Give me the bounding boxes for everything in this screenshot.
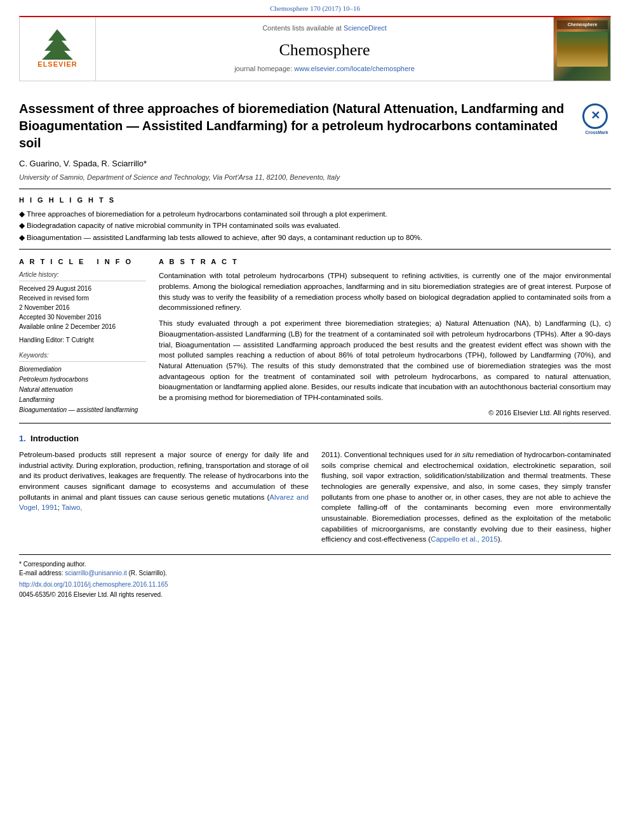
accepted-date: Accepted 30 November 2016: [19, 312, 146, 322]
keywords-section: Keywords: Bioremediation Petroleum hydro…: [19, 351, 146, 415]
section-title-text: Introduction: [30, 434, 79, 443]
email-link[interactable]: sciarrillo@unisannio.it: [65, 570, 126, 577]
email-line: E-mail address: sciarrillo@unisannio.it …: [19, 569, 611, 578]
affiliation-text: University of Samnio, Department of Scie…: [19, 173, 340, 181]
journal-title: Chemosphere: [109, 39, 540, 62]
keyword-4: Landfarming: [19, 395, 146, 405]
introduction-title: 1. Introduction: [19, 433, 611, 444]
keyword-3: Natural attenuation: [19, 385, 146, 395]
highlights-section: H I G H L I G H T S ◆ Three approaches o…: [19, 196, 611, 243]
elsevier-logo: ELSEVIER: [37, 28, 78, 69]
divider-1: [19, 189, 611, 189]
intro-col-left: Petroleum-based products still represent…: [19, 450, 309, 545]
sciencedirect-link[interactable]: ScienceDirect: [344, 24, 387, 32]
contents-text: Contents lists available at: [262, 24, 342, 32]
abstract-paragraph-1: Contamination with total petroleum hydro…: [159, 270, 611, 313]
article-history-section: A R T I C L E I N F O Article history: R…: [19, 257, 146, 345]
introduction-section: 1. Introduction Petroleum-based products…: [19, 433, 611, 599]
abstract-text: Contamination with total petroleum hydro…: [159, 270, 611, 403]
abstract-heading: A B S T R A C T: [159, 257, 611, 267]
cover-title-text: Chemosphere: [557, 20, 608, 29]
intro-col1-text: Petroleum-based products still represent…: [19, 450, 309, 513]
homepage-line: journal homepage: www.elsevier.com/locat…: [109, 64, 540, 74]
highlight-item-3: ◆ Bioagumentation — assistited Landfarmi…: [19, 233, 611, 243]
intro-col-right: 2011). Conventional techniques used for …: [321, 450, 611, 545]
crossmark-circle: ✕: [582, 103, 608, 129]
bullet-3: ◆: [19, 233, 25, 243]
copyright-line: © 2016 Elsevier Ltd. All rights reserved…: [159, 408, 611, 418]
crossmark-badge: ✕ CrossMark: [582, 103, 611, 132]
email-name: (R. Sciarrillo).: [128, 570, 167, 577]
highlight-item-2: ◆ Biodegradation capacity of native micr…: [19, 221, 611, 231]
ref-cappello[interactable]: Cappello et al., 2015: [431, 535, 498, 543]
handling-editor: Handling Editor: T Cutright: [19, 335, 146, 345]
footnote-area: * Corresponding author. E-mail address: …: [19, 554, 611, 599]
corresponding-label: * Corresponding author.: [19, 561, 86, 568]
keyword-1: Bioremediation: [19, 364, 146, 375]
received-date: Received 29 August 2016: [19, 284, 146, 293]
elsevier-tree-icon: [37, 28, 78, 60]
bullet-2: ◆: [19, 221, 25, 231]
affiliation-line: University of Samnio, Department of Scie…: [19, 173, 611, 182]
abstract-column: A B S T R A C T Contamination with total…: [159, 257, 611, 418]
journal-info-center: Contents lists available at ScienceDirec…: [96, 17, 553, 80]
keywords-heading: Keywords:: [19, 351, 146, 362]
homepage-url[interactable]: www.elsevier.com/locate/chemosphere: [294, 65, 415, 72]
highlights-heading: H I G H L I G H T S: [19, 196, 611, 205]
doi-link[interactable]: http://dx.doi.org/10.1016/j.chemosphere.…: [19, 581, 168, 588]
doi-line: http://dx.doi.org/10.1016/j.chemosphere.…: [19, 580, 611, 589]
cover-photo: [557, 32, 608, 67]
intro-two-col: Petroleum-based products still represent…: [19, 450, 611, 545]
abstract-paragraph-2: This study evaluated through a pot exper…: [159, 318, 611, 403]
article-title-text: Assessment of three approaches of biorem…: [19, 102, 564, 150]
highlight-text-1: Three approaches of bioremediation for a…: [27, 210, 387, 218]
contents-line: Contents lists available at ScienceDirec…: [109, 23, 540, 33]
keyword-2: Petroleum hydrocarbons: [19, 375, 146, 385]
keyword-5: Bioagumentation — assistited landfarming: [19, 405, 146, 415]
section-number: 1.: [19, 434, 26, 443]
highlight-item-1: ◆ Three approaches of bioremediation for…: [19, 210, 611, 220]
journal-reference-bar: Chemosphere 170 (2017) 10–16: [0, 0, 630, 16]
highlight-text-2: Biodegradation capacity of native microb…: [27, 222, 340, 229]
crossmark-label: CrossMark: [582, 130, 611, 135]
two-col-layout: A R T I C L E I N F O Article history: R…: [19, 257, 611, 418]
divider-3: [19, 423, 611, 423]
email-label: E-mail address:: [19, 570, 63, 577]
journal-ref-text: Chemosphere 170 (2017) 10–16: [270, 4, 360, 12]
ref-taiwo[interactable]: Taiwo,: [62, 503, 83, 511]
article-title-block: Assessment of three approaches of biorem…: [19, 100, 611, 152]
elsevier-label: ELSEVIER: [37, 60, 77, 69]
article-info-heading: A R T I C L E I N F O: [19, 257, 146, 267]
bullet-1: ◆: [19, 210, 25, 220]
authors-line: C. Guarino, V. Spada, R. Sciarrillo*: [19, 158, 611, 170]
journal-header: ELSEVIER Contents lists available at Sci…: [19, 16, 611, 81]
article-body: Assessment of three approaches of biorem…: [0, 81, 630, 613]
homepage-label: journal homepage:: [234, 65, 292, 72]
authors-text: C. Guarino, V. Spada, R. Sciarrillo*: [19, 159, 147, 168]
divider-2: [19, 249, 611, 250]
intro-col2-text: 2011). Conventional techniques used for …: [321, 450, 611, 545]
available-date: Available online 2 December 2016: [19, 322, 146, 331]
highlight-text-3: Bioagumentation — assistited Landfarming…: [27, 234, 422, 241]
revised-label: Received in revised form: [19, 293, 146, 303]
issn-line: 0045-6535/© 2016 Elsevier Ltd. All right…: [19, 590, 611, 599]
publisher-logo-area: ELSEVIER: [20, 17, 96, 80]
page: Chemosphere 170 (2017) 10–16 ELSEVIER Co…: [0, 0, 630, 840]
revised-date: 2 November 2016: [19, 303, 146, 312]
journal-cover: Chemosphere: [553, 17, 610, 80]
crossmark-icon: ✕: [591, 108, 600, 123]
cover-image: Chemosphere: [554, 17, 610, 80]
corresponding-author-note: * Corresponding author.: [19, 560, 611, 569]
article-info-column: A R T I C L E I N F O Article history: R…: [19, 257, 146, 418]
history-heading: Article history:: [19, 270, 146, 281]
